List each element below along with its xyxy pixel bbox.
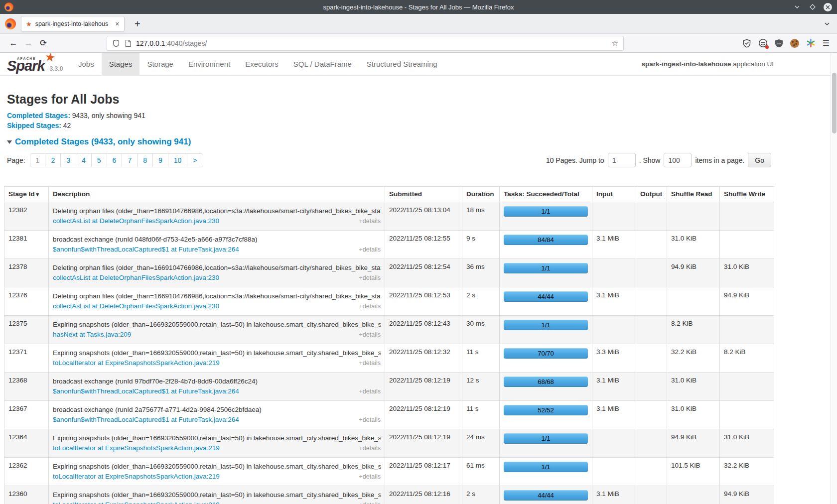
column-header-shuffle-write[interactable]: Shuffle Write xyxy=(720,187,774,202)
application-suffix: application UI xyxy=(733,60,774,68)
column-header-stage-id[interactable]: Stage Id ▾ xyxy=(4,187,49,202)
column-header-description[interactable]: Description xyxy=(49,187,385,202)
forward-button: → xyxy=(21,38,36,48)
stage-description: Expiring snapshots (older_than=166932055… xyxy=(53,490,381,500)
reload-button[interactable]: ⟳ xyxy=(36,38,51,48)
page-button-4[interactable]: 4 xyxy=(76,153,92,167)
spark-star-icon: ★ xyxy=(44,53,56,64)
table-row: 12360Expiring snapshots (older_than=1669… xyxy=(4,486,774,504)
stage-detail-link[interactable]: $anonfun$withThreadLocalCaptured$1 at Fu… xyxy=(53,415,239,424)
stage-detail-link[interactable]: toLocalIterator at ExpireSnapshotsSparkA… xyxy=(53,443,220,453)
go-button[interactable]: Go xyxy=(748,153,771,167)
column-header-output[interactable]: Output xyxy=(636,187,667,202)
details-toggle[interactable]: +details xyxy=(359,330,381,340)
page-button-6[interactable]: 6 xyxy=(107,153,123,167)
jump-to-page-input[interactable] xyxy=(608,153,636,167)
stage-detail-link[interactable]: collectAsList at DeleteOrphanFilesSparkA… xyxy=(53,301,219,311)
page-button-3[interactable]: 3 xyxy=(60,153,76,167)
stage-detail-link[interactable]: $anonfun$withThreadLocalCaptured$1 at Fu… xyxy=(53,386,239,396)
details-toggle[interactable]: +details xyxy=(359,359,381,368)
container-mask-icon[interactable] xyxy=(758,38,768,48)
column-header-tasks-succeeded-total[interactable]: Tasks: Succeeded/Total xyxy=(500,187,592,202)
shuffle-read-cell: 8.2 KiB xyxy=(667,316,720,344)
details-toggle[interactable]: +details xyxy=(359,472,381,482)
input-cell: 3.1 MiB xyxy=(592,486,636,504)
tasks-cell: 84/84 xyxy=(500,231,592,259)
back-button[interactable]: ← xyxy=(6,38,21,48)
page-button-7[interactable]: 7 xyxy=(122,153,138,167)
show-label: . Show xyxy=(639,156,661,164)
link-line: toLocalIterator at ExpireSnapshotsSparkA… xyxy=(53,500,381,504)
new-tab-button[interactable]: + xyxy=(131,14,144,34)
page-button-2[interactable]: 2 xyxy=(45,153,61,167)
scrollbar-thumb[interactable] xyxy=(832,73,837,133)
column-header-duration[interactable]: Duration xyxy=(462,187,500,202)
stage-detail-link[interactable]: toLocalIterator at ExpireSnapshotsSparkA… xyxy=(53,500,220,504)
page-scrollbar[interactable] xyxy=(831,53,837,504)
pocket-shield-icon[interactable] xyxy=(742,39,751,48)
browser-tab[interactable]: ★ spark-ingest-into-lakehous ✕ xyxy=(21,16,125,32)
nav-item-executors[interactable]: Executors xyxy=(238,53,286,75)
input-cell xyxy=(592,429,636,458)
stage-detail-link[interactable]: toLocalIterator at ExpireSnapshotsSparkA… xyxy=(53,358,220,368)
nav-item-jobs[interactable]: Jobs xyxy=(71,53,102,75)
page-button-1[interactable]: 1 xyxy=(30,153,46,167)
minimize-icon[interactable] xyxy=(793,2,802,11)
stage-detail-link[interactable]: collectAsList at DeleteOrphanFilesSparkA… xyxy=(53,273,219,282)
nav-item-structured-streaming[interactable]: Structured Streaming xyxy=(359,53,445,75)
cookie-icon[interactable] xyxy=(790,39,799,48)
shuffle-read-cell xyxy=(667,287,720,316)
hamburger-menu-icon[interactable]: ☰ xyxy=(823,38,830,48)
skipped-stages-line: Skipped Stages: 42 xyxy=(7,122,837,130)
tab-close-icon[interactable]: ✕ xyxy=(115,21,120,27)
column-header-shuffle-read[interactable]: Shuffle Read xyxy=(667,187,720,202)
shuffle-write-cell: 31.0 KiB xyxy=(720,259,774,287)
extension-asterisk-icon[interactable] xyxy=(806,38,816,48)
page-info-icon[interactable] xyxy=(125,39,132,47)
nav-item-sql-dataframe[interactable]: SQL / DataFrame xyxy=(286,53,359,75)
spark-logo[interactable]: APACHE Spark ★ 3.3.0 xyxy=(7,53,71,75)
output-cell xyxy=(636,202,667,231)
details-toggle[interactable]: +details xyxy=(359,501,381,504)
table-row: 12375Expiring snapshots (older_than=1669… xyxy=(4,316,774,344)
tasks-cell: 1/1 xyxy=(500,202,592,231)
page-next-button[interactable]: > xyxy=(187,153,203,167)
page-button-10[interactable]: 10 xyxy=(168,153,188,167)
details-toggle[interactable]: +details xyxy=(359,217,381,226)
tasks-cell: 70/70 xyxy=(500,344,592,373)
details-toggle[interactable]: +details xyxy=(359,245,381,254)
stage-detail-link[interactable]: $anonfun$withThreadLocalCaptured$1 at Fu… xyxy=(53,245,239,254)
column-header-submitted[interactable]: Submitted xyxy=(385,187,462,202)
bookmark-star-icon[interactable]: ☆ xyxy=(612,39,618,48)
svg-text:uo: uo xyxy=(777,42,781,45)
close-icon[interactable] xyxy=(824,3,832,11)
items-per-page-input[interactable] xyxy=(664,153,692,167)
column-header-input[interactable]: Input xyxy=(592,187,636,202)
maximize-icon[interactable] xyxy=(808,2,817,11)
tabs-dropdown-icon[interactable] xyxy=(823,20,831,30)
page-button-9[interactable]: 9 xyxy=(152,153,168,167)
details-toggle[interactable]: +details xyxy=(359,387,381,396)
shield-permissions-icon[interactable] xyxy=(112,39,120,47)
nav-item-storage[interactable]: Storage xyxy=(140,53,181,75)
nav-item-environment[interactable]: Environment xyxy=(181,53,238,75)
tasks-cell: 1/1 xyxy=(500,259,592,287)
details-toggle[interactable]: +details xyxy=(359,273,381,283)
shuffle-read-cell: 94.9 KiB xyxy=(667,429,720,458)
details-toggle[interactable]: +details xyxy=(359,302,381,311)
nav-item-stages[interactable]: Stages xyxy=(102,53,140,75)
duration-cell: 11 s xyxy=(462,344,500,373)
description-cell: Expiring snapshots (older_than=166932055… xyxy=(49,458,385,486)
stage-detail-link[interactable]: toLocalIterator at ExpireSnapshotsSparkA… xyxy=(53,472,220,481)
stage-detail-link[interactable]: hasNext at Tasks.java:209 xyxy=(53,330,131,339)
shuffle-write-cell: 31.0 KiB xyxy=(720,429,774,458)
ublock-shield-icon[interactable]: uo xyxy=(775,39,783,48)
page-button-5[interactable]: 5 xyxy=(91,153,107,167)
details-toggle[interactable]: +details xyxy=(359,415,381,425)
completed-stages-section-toggle[interactable]: Completed Stages (9433, only showing 941… xyxy=(7,137,837,147)
shuffle-write-cell: 94.9 KiB xyxy=(720,486,774,504)
url-bar[interactable]: 127.0.0.1:4040/stages/ ☆ xyxy=(107,36,624,51)
details-toggle[interactable]: +details xyxy=(359,444,381,453)
stage-detail-link[interactable]: collectAsList at DeleteOrphanFilesSparkA… xyxy=(53,216,219,226)
page-button-8[interactable]: 8 xyxy=(137,153,153,167)
